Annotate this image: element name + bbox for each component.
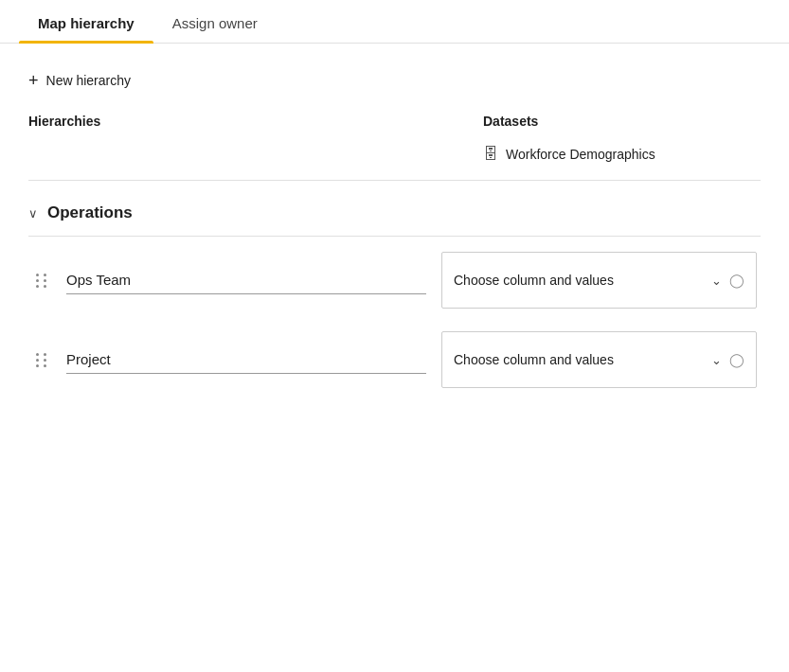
hierarchies-column-header: Hierarchies — [28, 114, 483, 129]
hierarchy-input-wrap — [66, 266, 426, 294]
dataset-row: 🗄 Workforce Demographics — [483, 138, 761, 170]
choose-column-dropdown-1[interactable]: Choose column and values ⌄ ◯ — [441, 252, 757, 309]
drag-dots-grid — [36, 274, 47, 288]
drag-dot — [44, 279, 46, 282]
hierarchy-input-wrap — [66, 345, 426, 374]
ops-team-input[interactable] — [66, 266, 426, 294]
drag-dot — [36, 359, 39, 362]
choose-actions-1: ⌄ ◯ — [711, 273, 744, 288]
section-divider — [28, 236, 761, 237]
drag-handle[interactable] — [32, 349, 51, 371]
drag-dots-grid — [36, 353, 47, 367]
drag-dot — [44, 353, 46, 356]
section-collapse-chevron: ∨ — [28, 206, 38, 221]
hierarchy-row: Choose column and values ⌄ ◯ — [28, 252, 761, 309]
drag-dot — [44, 364, 46, 367]
database-icon: 🗄 — [483, 146, 498, 163]
plus-icon: + — [28, 72, 39, 89]
new-hierarchy-label: New hierarchy — [46, 73, 131, 88]
drag-dot — [36, 274, 39, 276]
dataset-name: Workforce Demographics — [506, 147, 655, 162]
choose-column-label-1: Choose column and values — [454, 273, 704, 288]
main-divider — [28, 180, 761, 181]
drag-dot — [36, 353, 39, 356]
dropdown-chevron-icon-2[interactable]: ⌄ — [711, 353, 722, 367]
choose-actions-2: ⌄ ◯ — [711, 352, 744, 367]
dropdown-chevron-icon-1[interactable]: ⌄ — [711, 274, 722, 288]
drag-handle[interactable] — [32, 270, 51, 292]
drag-dot — [36, 364, 39, 367]
drag-dot — [36, 285, 39, 288]
clear-icon-2[interactable]: ◯ — [729, 352, 744, 367]
drag-dot — [44, 274, 46, 276]
hierarchy-row: Choose column and values ⌄ ◯ — [28, 331, 761, 388]
choose-column-label-2: Choose column and values — [454, 352, 704, 367]
project-input[interactable] — [66, 345, 426, 374]
section-title: Operations — [47, 203, 133, 222]
drag-dot — [44, 359, 46, 362]
clear-icon-1[interactable]: ◯ — [729, 273, 744, 288]
operations-section-header[interactable]: ∨ Operations — [28, 190, 761, 232]
drag-dot — [44, 285, 46, 288]
new-hierarchy-button[interactable]: + New hierarchy — [28, 66, 761, 95]
tab-assign-owner[interactable]: Assign owner — [153, 0, 277, 43]
columns-header: Hierarchies Datasets — [28, 114, 761, 129]
choose-column-dropdown-2[interactable]: Choose column and values ⌄ ◯ — [441, 331, 757, 388]
main-content: + New hierarchy Hierarchies Datasets 🗄 W… — [0, 44, 789, 433]
tab-bar: Map hierarchy Assign owner — [0, 0, 789, 44]
datasets-column-header: Datasets — [483, 114, 761, 129]
tab-map-hierarchy[interactable]: Map hierarchy — [19, 0, 153, 43]
drag-dot — [36, 279, 39, 282]
